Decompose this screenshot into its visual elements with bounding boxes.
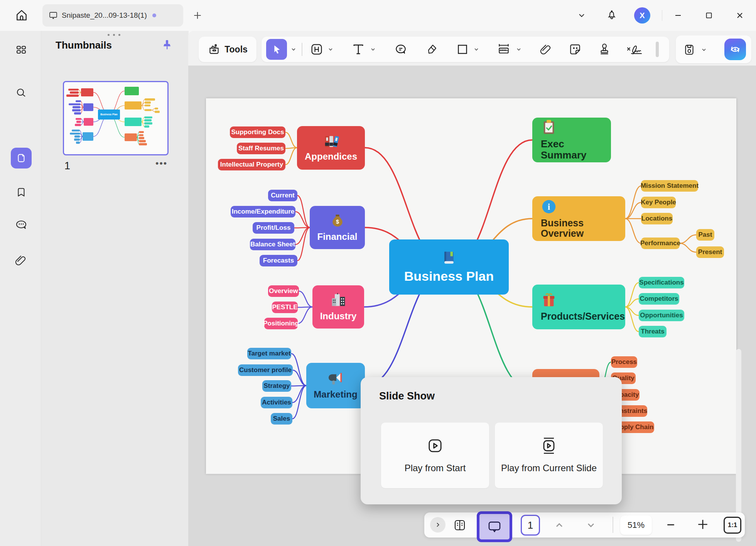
mindmap-subtopic-profit-loss[interactable]: Profit/Loss	[253, 222, 294, 234]
mindmap-subtopic-performance[interactable]: Performance	[641, 238, 680, 249]
play-from-start-button[interactable]: Play from Start	[381, 423, 489, 488]
previous-page-button[interactable]	[554, 520, 565, 531]
page-number-box[interactable]: 1	[521, 515, 540, 536]
minimap-node	[125, 118, 142, 126]
mindmap-subtopic-process[interactable]: Process	[611, 356, 637, 368]
home-button[interactable]	[12, 5, 32, 25]
mindmap-node-business-overview[interactable]: iBusiness Overview	[532, 196, 625, 241]
sidebar-item-attachments[interactable]	[11, 249, 32, 270]
shape-tool-dropdown[interactable]	[472, 44, 481, 55]
mindmap-subtopic-specifications[interactable]: Specifications	[639, 277, 684, 288]
sidebar-item-bookmarks[interactable]	[11, 182, 32, 203]
highlighter-tool-button[interactable]	[424, 41, 440, 57]
maximize-button[interactable]	[701, 8, 717, 23]
sidebar-item-search[interactable]	[11, 83, 32, 103]
save-dropdown[interactable]	[700, 44, 708, 56]
minimap-node: Business Plan	[98, 110, 120, 120]
measure-tool-button[interactable]	[495, 41, 512, 57]
tools-menu-button[interactable]: Tools	[199, 37, 256, 62]
mindmap-subtopic-activities[interactable]: Activities	[261, 397, 292, 408]
mindmap-subtopic-target-market[interactable]: Target market	[247, 348, 291, 359]
thumbnail-menu-button[interactable]: •••	[155, 158, 167, 169]
heading-tool-button[interactable]	[309, 41, 325, 57]
minimap-node	[69, 103, 81, 106]
mindmap-subtopic-income-expenditure[interactable]: Income/Expenditure	[231, 206, 295, 217]
slide-show-button[interactable]	[477, 511, 512, 542]
stamp-tool-button[interactable]	[596, 41, 613, 57]
mindmap-subtopic-locations[interactable]: Locations	[641, 213, 673, 224]
close-button[interactable]	[732, 8, 748, 23]
heading-tool-dropdown[interactable]	[326, 44, 335, 55]
page-thumbnail[interactable]: Business Plan	[63, 81, 169, 155]
next-page-button[interactable]	[586, 520, 596, 531]
mindmap-subtopic-current[interactable]: Current	[268, 190, 297, 201]
mindmap-subtopic-mission-statement[interactable]: Mission Statement	[641, 180, 698, 192]
sidebar-item-thumbnails[interactable]	[11, 148, 32, 169]
mindmap-subtopic-staff-resumes[interactable]: Staff Resumes	[237, 143, 285, 154]
text-tool-button[interactable]	[350, 41, 366, 57]
minimap-node	[144, 122, 153, 125]
mindmap-subtopic-overview[interactable]: Overview	[268, 285, 299, 297]
mindmap-node-financial[interactable]: $Financial	[310, 206, 365, 249]
mindmap-node-products-services[interactable]: Products/Services	[532, 285, 625, 329]
sticker-tool-button[interactable]	[567, 41, 583, 57]
mindmap-subtopic-threats[interactable]: Threats	[639, 326, 667, 337]
minimize-button[interactable]	[670, 8, 686, 23]
actual-size-button[interactable]: 1:1	[724, 517, 741, 534]
play-from-current-slide-button[interactable]: Play from Current Slide	[495, 423, 603, 488]
home-icon	[15, 9, 28, 22]
mindmap-subtopic-positioning[interactable]: Positioning	[264, 318, 298, 329]
panel-resize-handle[interactable]	[108, 34, 120, 36]
document-tab[interactable]: Snipaste_20...09-13-18(1)	[42, 4, 183, 27]
mindmap-subtopic-competitors[interactable]: Competitors	[639, 293, 679, 305]
sidebar-item-apps[interactable]	[11, 39, 32, 60]
mindmap-subtopic-supporting-docs[interactable]: Supporting Docs	[230, 126, 285, 138]
toolbar-scroll-indicator[interactable]	[656, 42, 659, 57]
mindmap-subtopic-intellectual-property[interactable]: Intellectual Property	[218, 159, 285, 170]
comment-tool-button[interactable]	[393, 41, 409, 57]
mindmap-subtopic-customer-profile[interactable]: Customer profile	[238, 364, 293, 376]
expand-bar-button[interactable]	[430, 517, 446, 533]
select-tool-dropdown[interactable]	[289, 44, 298, 55]
buildings-icon	[330, 293, 347, 308]
mindmap-node-marketing[interactable]: Marketing	[306, 363, 365, 408]
new-tab-button[interactable]	[190, 8, 205, 23]
mindmap-node-exec-summary[interactable]: Exec Summary	[532, 118, 611, 162]
minimap-node	[155, 111, 160, 113]
ai-assistant-button[interactable]	[724, 39, 746, 60]
zoom-in-button[interactable]	[695, 517, 710, 532]
mindmap-node-label: Exec Summary	[541, 138, 611, 160]
zoom-level[interactable]: 51%	[620, 516, 652, 535]
mindmap-subtopic-key-people[interactable]: Key People	[641, 197, 676, 208]
mindmap-subtopic-forecasts[interactable]: Forecasts	[260, 255, 297, 266]
minimap-node	[75, 124, 81, 126]
measure-tool-dropdown[interactable]	[515, 44, 523, 55]
presentation-icon	[487, 519, 502, 534]
tabs-dropdown-button[interactable]	[574, 8, 589, 23]
minimap-node	[139, 131, 144, 133]
mindmap-node-industry[interactable]: Industry	[312, 285, 364, 329]
monitor-icon	[49, 11, 58, 20]
account-button[interactable]: X	[634, 7, 650, 24]
mindmap-subtopic-pestle[interactable]: PESTLE	[272, 302, 298, 313]
mindmap-node-appendices[interactable]: Appendices	[297, 126, 365, 170]
mindmap-subtopic-present[interactable]: Present	[696, 246, 724, 258]
signature-tool-button[interactable]	[625, 41, 645, 57]
mindmap-node-business-plan[interactable]: Business Plan	[389, 239, 509, 295]
notifications-button[interactable]	[604, 7, 619, 22]
reading-mode-button[interactable]	[452, 517, 467, 533]
attach-file-button[interactable]	[538, 41, 554, 57]
bookmark-icon	[15, 187, 27, 198]
shape-tool-button[interactable]	[454, 41, 471, 57]
save-button[interactable]	[681, 42, 697, 58]
select-tool-button[interactable]	[266, 39, 287, 60]
mindmap-subtopic-sales[interactable]: Sales	[271, 413, 292, 425]
mindmap-subtopic-past[interactable]: Past	[696, 229, 714, 241]
sidebar-item-comments[interactable]	[11, 215, 32, 236]
text-tool-dropdown[interactable]	[369, 44, 377, 55]
mindmap-subtopic-opportunities[interactable]: Opportunities	[639, 310, 684, 321]
zoom-out-button[interactable]	[665, 519, 677, 531]
mindmap-subtopic-strategy[interactable]: Strategy	[262, 380, 291, 392]
pin-panel-button[interactable]	[161, 39, 173, 51]
mindmap-subtopic-balance-sheet[interactable]: Balance Sheet	[250, 239, 295, 250]
